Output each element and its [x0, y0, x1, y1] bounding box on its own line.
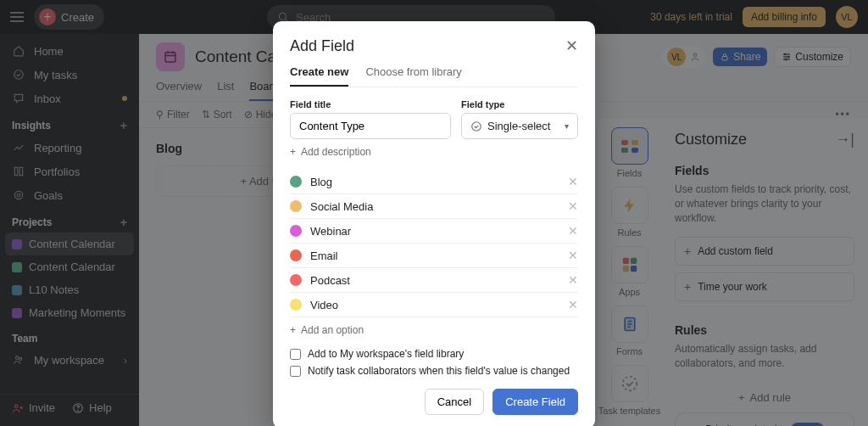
add-option-button[interactable]: + Add an option	[290, 324, 578, 336]
remove-option-icon[interactable]: ✕	[568, 273, 578, 287]
option-label: Podcast	[310, 274, 559, 287]
modal-tab[interactable]: Create new	[290, 65, 348, 87]
plus-icon: +	[290, 146, 296, 158]
option-label: Webinar	[310, 225, 559, 238]
modal-title: Add Field	[290, 37, 354, 55]
option-label: Social Media	[310, 200, 559, 213]
modal-tab[interactable]: Choose from library	[365, 65, 461, 87]
field-type-label: Field type	[461, 99, 578, 109]
remove-option-icon[interactable]: ✕	[568, 249, 578, 262]
option-label: Video	[310, 299, 559, 311]
library-checkbox-row[interactable]: Add to My workspace's field library	[290, 348, 578, 360]
option-color-icon	[290, 176, 302, 188]
option-label: Email	[310, 249, 559, 262]
remove-option-icon[interactable]: ✕	[568, 224, 578, 238]
option-color-icon	[290, 225, 302, 237]
cancel-button[interactable]: Cancel	[425, 389, 484, 415]
option-color-icon	[290, 274, 302, 286]
field-type-value: Single-select	[487, 120, 550, 132]
option-row[interactable]: Podcast✕	[290, 268, 578, 293]
remove-option-icon[interactable]: ✕	[568, 298, 578, 311]
option-row[interactable]: Blog✕	[290, 170, 578, 194]
notify-checkbox-row[interactable]: Notify task collaborators when this fiel…	[290, 365, 578, 377]
option-row[interactable]: Social Media✕	[290, 194, 578, 219]
close-icon[interactable]: ✕	[565, 36, 578, 55]
field-title-label: Field title	[290, 99, 451, 109]
chevron-down-icon: ▾	[565, 121, 569, 131]
option-row[interactable]: Video✕	[290, 293, 578, 317]
create-field-button[interactable]: Create Field	[492, 389, 578, 415]
field-type-select[interactable]: Single-select ▾	[461, 113, 578, 139]
library-checkbox[interactable]	[290, 349, 301, 360]
plus-icon: +	[290, 324, 296, 336]
option-row[interactable]: Webinar✕	[290, 219, 578, 244]
field-title-input[interactable]	[290, 113, 451, 139]
remove-option-icon[interactable]: ✕	[568, 175, 578, 188]
remove-option-icon[interactable]: ✕	[568, 199, 578, 213]
option-color-icon	[290, 249, 302, 261]
option-color-icon	[290, 200, 302, 212]
notify-checkbox[interactable]	[290, 366, 301, 377]
add-description-button[interactable]: + Add description	[290, 146, 578, 158]
single-select-icon	[470, 121, 482, 132]
option-row[interactable]: Email✕	[290, 244, 578, 268]
svg-point-37	[472, 121, 481, 131]
option-color-icon	[290, 299, 302, 311]
option-label: Blog	[310, 176, 559, 188]
add-field-modal: Add Field ✕ Create newChoose from librar…	[273, 21, 595, 426]
